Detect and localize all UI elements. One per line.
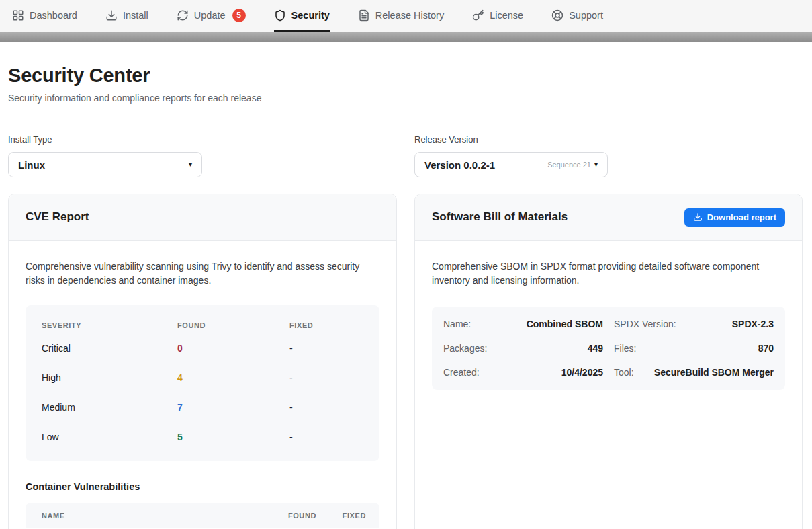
- install-type-value: Linux: [18, 159, 45, 171]
- sbom-card: Software Bill of Materials Download repo…: [414, 194, 803, 529]
- release-version-value: Version 0.0.2-1: [424, 159, 495, 171]
- page-subtitle: Security information and compliance repo…: [8, 93, 803, 104]
- sbom-card-title: Software Bill of Materials: [432, 210, 568, 224]
- nav-label: Install: [123, 10, 148, 21]
- severity-name: Critical: [42, 343, 177, 354]
- nav-label: Update: [194, 10, 226, 21]
- detail-label: Created:: [443, 367, 480, 378]
- container-vulnerabilities-title: Container Vulnerabilities: [26, 481, 379, 492]
- fixed-count: -: [289, 432, 363, 442]
- download-report-button[interactable]: Download report: [684, 208, 785, 227]
- chevron-down-icon: ▾: [594, 161, 598, 168]
- sequence-label: Sequence 21: [547, 161, 591, 169]
- sbom-detail-spdx-version: SPDX Version: SPDX-2.3: [614, 312, 774, 336]
- nav-item-dashboard[interactable]: Dashboard: [12, 0, 77, 32]
- release-version-select[interactable]: Version 0.0.2-1 Sequence 21 ▾: [414, 152, 608, 177]
- sbom-description: Comprehensive SBOM in SPDX format provid…: [432, 259, 785, 288]
- col-fixed: FIXED: [289, 321, 363, 329]
- nav-label: License: [490, 10, 523, 21]
- severity-name: High: [42, 372, 177, 383]
- severity-name: Low: [42, 432, 177, 442]
- container-table-header: NAME FOUND FIXED: [26, 503, 379, 528]
- detail-value: SecureBuild SBOM Merger: [654, 367, 774, 378]
- nav-item-update[interactable]: Update 5: [177, 0, 246, 32]
- sbom-detail-name: Name: Combined SBOM: [443, 312, 603, 336]
- shield-icon: [274, 9, 286, 22]
- found-count: 0: [177, 343, 289, 354]
- sbom-detail-files: Files: 870: [614, 336, 774, 360]
- sbom-detail-tool: Tool: SecureBuild SBOM Merger: [614, 360, 774, 384]
- release-version-field: Release Version Version 0.0.2-1 Sequence…: [414, 134, 803, 177]
- dashboard-icon: [12, 9, 24, 22]
- nav-item-license[interactable]: License: [472, 0, 523, 32]
- install-type-field: Install Type Linux ▾: [8, 134, 397, 177]
- nav-shadow-divider: [0, 32, 812, 42]
- detail-label: Name:: [443, 319, 471, 329]
- col-name: NAME: [42, 512, 275, 520]
- fixed-count: -: [289, 402, 363, 413]
- download-icon: [693, 212, 703, 222]
- top-nav: Dashboard Install Update 5 Security Rele…: [0, 0, 812, 32]
- nav-label: Security: [291, 10, 330, 21]
- filters-row: Install Type Linux ▾ Release Version Ver…: [8, 134, 803, 177]
- severity-table: SEVERITY FOUND FIXED Critical 0 - High 4…: [26, 305, 379, 461]
- key-icon: [472, 9, 484, 22]
- found-count: 4: [177, 372, 289, 383]
- file-text-icon: [358, 9, 370, 22]
- severity-table-header: SEVERITY FOUND FIXED: [42, 308, 363, 333]
- fixed-count: -: [289, 372, 363, 383]
- col-severity: SEVERITY: [42, 321, 177, 329]
- table-row: High 4 -: [42, 363, 363, 393]
- detail-value: 870: [758, 343, 774, 354]
- detail-label: Tool:: [614, 367, 634, 378]
- table-row: Low 5 -: [42, 422, 363, 452]
- install-type-select[interactable]: Linux ▾: [8, 152, 202, 177]
- sbom-card-header: Software Bill of Materials Download repo…: [415, 194, 802, 241]
- sbom-details: Name: Combined SBOM SPDX Version: SPDX-2…: [432, 307, 785, 390]
- table-row: Medium 7 -: [42, 393, 363, 422]
- col-found: FOUND: [177, 321, 289, 329]
- cve-card-header: CVE Report: [9, 194, 396, 241]
- page-title: Security Center: [8, 65, 803, 87]
- sequence-wrap: Sequence 21 ▾: [547, 161, 598, 169]
- nav-label: Support: [569, 10, 603, 21]
- nav-item-support[interactable]: Support: [551, 0, 603, 32]
- chevron-down-icon: ▾: [189, 161, 192, 168]
- found-count: 7: [177, 402, 289, 413]
- col-found: FOUND: [275, 512, 316, 520]
- nav-item-install[interactable]: Install: [105, 0, 148, 32]
- install-type-label: Install Type: [8, 134, 397, 145]
- update-count-badge: 5: [232, 9, 246, 22]
- download-report-label: Download report: [707, 212, 776, 222]
- detail-value: Combined SBOM: [527, 319, 603, 329]
- sbom-detail-created: Created: 10/4/2025: [443, 360, 603, 384]
- detail-label: Files:: [614, 343, 636, 354]
- col-fixed: FIXED: [331, 512, 366, 520]
- detail-label: Packages:: [443, 343, 487, 354]
- detail-value: SPDX-2.3: [732, 319, 774, 329]
- nav-label: Dashboard: [30, 10, 77, 21]
- cve-report-card: CVE Report Comprehensive vulnerability s…: [8, 194, 397, 529]
- sbom-detail-packages: Packages: 449: [443, 336, 603, 360]
- life-buoy-icon: [551, 9, 563, 22]
- nav-item-security[interactable]: Security: [274, 0, 330, 32]
- nav-item-release-history[interactable]: Release History: [358, 0, 444, 32]
- detail-value: 10/4/2025: [561, 367, 603, 378]
- severity-name: Medium: [42, 402, 177, 413]
- fixed-count: -: [289, 343, 363, 354]
- release-version-label: Release Version: [414, 134, 803, 145]
- found-count: 5: [177, 432, 289, 442]
- cve-card-title: CVE Report: [26, 210, 89, 224]
- detail-label: SPDX Version:: [614, 319, 676, 329]
- refresh-icon: [177, 9, 189, 22]
- detail-value: 449: [588, 343, 603, 354]
- table-row: Critical 0 -: [42, 333, 363, 363]
- download-icon: [105, 9, 118, 22]
- nav-label: Release History: [375, 10, 444, 21]
- cve-description: Comprehensive vulnerability scanning usi…: [26, 259, 379, 288]
